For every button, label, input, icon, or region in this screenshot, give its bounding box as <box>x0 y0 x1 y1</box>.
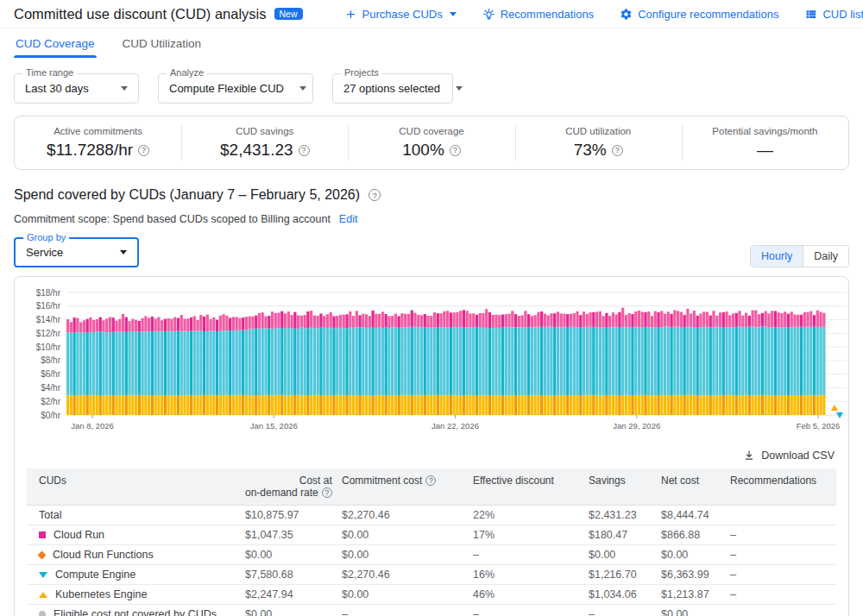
svg-text:$8/hr: $8/hr <box>41 355 60 365</box>
help-icon[interactable]: ? <box>425 475 436 486</box>
group-by-select[interactable]: Group by Service <box>14 237 139 267</box>
tab-cud-utilization[interactable]: CUD Utilization <box>121 28 204 58</box>
tab-cud-coverage-label: CUD Coverage <box>16 37 95 50</box>
cud-list-button[interactable]: CUD list <box>804 8 863 21</box>
edit-scope-link[interactable]: Edit <box>339 213 358 225</box>
coverage-chart[interactable]: $0/hr$2/hr$4/hr$6/hr$8/hr$10/hr$12/hr$14… <box>27 287 848 441</box>
svg-text:$16/hr: $16/hr <box>36 301 61 311</box>
cud-analysis-page: Committed use discount (CUD) analysis Ne… <box>0 0 863 616</box>
legend-marker-icon <box>38 550 47 559</box>
row-name: Cloud Run <box>54 529 104 541</box>
plus-icon <box>344 8 357 21</box>
table-cell: $0.00 <box>661 545 730 565</box>
cud-list-label: CUD list <box>822 8 863 21</box>
stat-label: CUD savings <box>236 126 293 136</box>
table-cell: – <box>589 605 661 616</box>
svg-text:$14/hr: $14/hr <box>36 315 61 324</box>
configure-recommendations-label: Configure recommendations <box>638 8 778 21</box>
chevron-down-icon <box>121 86 128 91</box>
table-cell: $1,213.87 <box>661 585 730 605</box>
table-cell: Total <box>27 506 245 525</box>
table-cell: $10,875.97 <box>245 506 342 525</box>
table-cell: – <box>730 585 836 605</box>
svg-text:Jan 8, 2026: Jan 8, 2026 <box>71 421 114 431</box>
stat-cud-coverage: CUD coverage 100%? <box>348 116 514 169</box>
table-row: Kubernetes Engine$2,247.94$0.0046%$1,034… <box>27 585 836 605</box>
purchase-cuds-label: Purchase CUDs <box>362 8 443 21</box>
stat-cud-utilization: CUD utilization 73%? <box>515 116 682 169</box>
table-cell: 16% <box>473 565 589 585</box>
table-cell: $0.00 <box>245 605 342 616</box>
time-range-select[interactable]: Time range Last 30 days <box>14 73 139 104</box>
tab-cud-utilization-label: CUD Utilization <box>123 37 202 50</box>
row-name: Kubernetes Engine <box>55 588 147 600</box>
lightbulb-icon <box>482 8 495 21</box>
analyze-value: Compute Flexible CUD <box>169 82 284 95</box>
stat-potential-savings: Potential savings/month — <box>682 116 848 169</box>
chart-controls: Group by Service Hourly Daily <box>14 237 849 267</box>
header-actions: Purchase CUDs Recommendations Configure … <box>344 8 863 21</box>
section-title-row: Spend covered by CUDs (January 7 – Febru… <box>14 187 849 203</box>
table-cell: – <box>473 545 589 565</box>
table-cell: 22% <box>473 506 589 525</box>
help-icon[interactable]: ? <box>612 145 623 156</box>
group-by-label: Group by <box>23 233 69 242</box>
stat-label: CUD coverage <box>399 126 463 136</box>
hourly-toggle-button[interactable]: Hourly <box>751 246 803 267</box>
new-badge: New <box>274 8 303 21</box>
recommendations-label: Recommendations <box>501 8 594 21</box>
chevron-down-icon <box>120 250 127 255</box>
svg-text:$4/hr: $4/hr <box>41 383 60 393</box>
table-cell: – <box>730 565 836 585</box>
svg-text:Jan 22, 2026: Jan 22, 2026 <box>432 421 479 431</box>
stat-active-commitments: Active commitments $11.7288/hr? <box>15 116 181 169</box>
row-name: Cloud Run Functions <box>53 549 154 561</box>
table-cell: $1,034.06 <box>589 585 661 605</box>
table-cell: $2,270.46 <box>342 565 473 585</box>
tab-cud-coverage[interactable]: CUD Coverage <box>14 28 97 58</box>
table-cell: $2,247.94 <box>245 585 342 605</box>
legend-marker-icon <box>39 611 46 616</box>
column-header: Savings <box>589 468 661 506</box>
table-cell: – <box>730 525 836 545</box>
recommendations-button[interactable]: Recommendations <box>482 8 594 21</box>
stat-value: — <box>757 141 773 160</box>
table-cell: $6,363.99 <box>661 565 730 585</box>
stat-cud-savings: CUD savings $2,431.23? <box>181 116 348 169</box>
table-cell: Cloud Run Functions <box>27 545 245 565</box>
table-row: Cloud Run Functions$0.00$0.00–$0.00$0.00… <box>27 545 836 565</box>
group-by-value: Service <box>26 246 63 259</box>
stat-label: CUD utilization <box>565 126 631 136</box>
help-icon[interactable]: ? <box>322 487 332 498</box>
table-cell: Eligible cost not covered by CUDs <box>27 605 245 616</box>
section-title: Spend covered by CUDs (January 7 – Febru… <box>14 187 360 203</box>
projects-select[interactable]: Projects 27 options selected <box>332 73 453 104</box>
table-cell <box>730 506 836 525</box>
coverage-card: $0/hr$2/hr$4/hr$6/hr$8/hr$10/hr$12/hr$14… <box>14 276 849 616</box>
table-cell: 46% <box>473 585 589 605</box>
table-cell: $2,270.46 <box>342 506 473 525</box>
table-cell: $0.00 <box>661 605 730 616</box>
stat-value: 73% <box>574 141 607 160</box>
help-icon[interactable]: ? <box>450 145 461 156</box>
table-cell: $180.47 <box>589 525 661 545</box>
chart-bars-group <box>66 308 825 415</box>
help-icon[interactable]: ? <box>299 145 310 156</box>
daily-toggle-button[interactable]: Daily <box>803 246 848 267</box>
help-icon[interactable]: ? <box>369 189 381 201</box>
page-header: Committed use discount (CUD) analysis Ne… <box>0 0 863 28</box>
analyze-select[interactable]: Analyze Compute Flexible CUD <box>158 73 313 104</box>
download-csv-button[interactable]: Download CSV <box>743 449 835 462</box>
column-header: Recommendations <box>730 468 836 506</box>
table-cell: 17% <box>473 525 589 545</box>
purchase-cuds-button[interactable]: Purchase CUDs <box>344 8 457 21</box>
cuds-table: CUDsCost aton-demand rate?Commitment cos… <box>27 468 836 616</box>
help-icon[interactable]: ? <box>138 145 149 156</box>
legend-marker-icon <box>39 572 47 578</box>
row-name: Eligible cost not covered by CUDs <box>54 608 217 616</box>
projects-label: Projects <box>341 68 382 78</box>
column-header: Effective discount <box>473 468 589 506</box>
configure-recommendations-button[interactable]: Configure recommendations <box>620 8 778 21</box>
list-icon <box>804 8 817 21</box>
svg-text:$12/hr: $12/hr <box>36 329 61 338</box>
